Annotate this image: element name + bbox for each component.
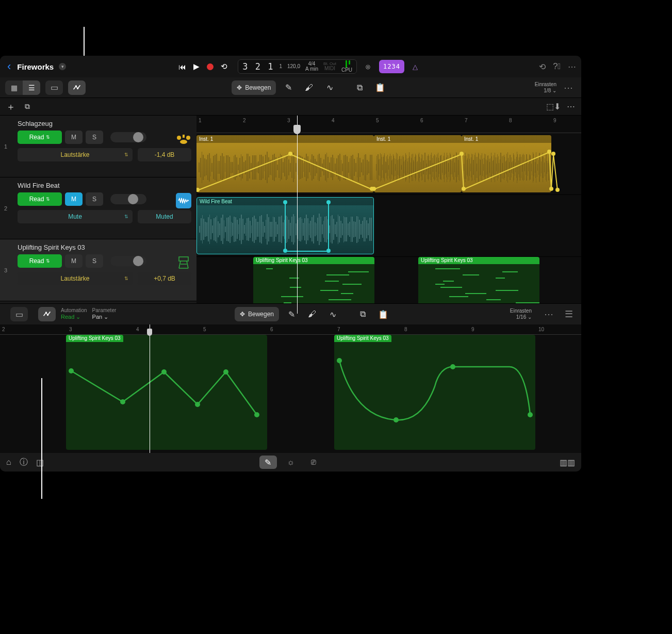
editor-parameter-select[interactable]: Parameter Pan ⌄ bbox=[92, 307, 117, 320]
volume-fader[interactable] bbox=[110, 194, 146, 204]
duplicate-track-button[interactable]: ⧉ bbox=[25, 102, 30, 111]
arrange-area[interactable]: 123456789 Inst. 1Inst. 1Inst. 1 Wild Fir… bbox=[196, 116, 581, 314]
track-inbox-button[interactable]: ⬚⬇ bbox=[546, 102, 561, 111]
paste-tool[interactable]: 📋 bbox=[372, 80, 388, 95]
editor-paste-tool[interactable]: 📋 bbox=[375, 307, 391, 321]
automation-segment[interactable] bbox=[285, 251, 329, 252]
editor-copy-tool[interactable]: ⧉ bbox=[354, 307, 371, 321]
automation-segment[interactable] bbox=[328, 203, 329, 251]
track-more-button[interactable]: ⋯ bbox=[567, 102, 575, 111]
editor-ruler[interactable]: 2345678910 bbox=[0, 324, 581, 335]
solo-button[interactable]: S bbox=[86, 192, 103, 206]
editor-move-tool[interactable]: ✥Bewegen bbox=[235, 307, 279, 321]
editor-playhead[interactable] bbox=[150, 324, 150, 453]
editor-region[interactable]: Uplifting Spirit Keys 03 bbox=[66, 335, 267, 450]
automation-point[interactable] bbox=[372, 187, 376, 191]
tuner-button[interactable]: 1234 bbox=[379, 60, 404, 73]
solo-button[interactable]: S bbox=[86, 254, 103, 268]
midi-region-header[interactable]: Uplifting Spirit Keys 03 bbox=[253, 257, 374, 264]
automation-point[interactable] bbox=[555, 188, 560, 192]
more-menu-button[interactable]: ⋯ bbox=[568, 62, 576, 72]
editor-snap-setting[interactable]: Einrasten 1/16 ⌄ bbox=[510, 308, 532, 320]
automation-segment[interactable] bbox=[285, 203, 286, 251]
project-dropdown-icon[interactable]: ▾ bbox=[59, 63, 66, 70]
brush-tool[interactable]: 🖌 bbox=[301, 80, 317, 95]
list-view-button[interactable]: ☰ bbox=[23, 80, 40, 95]
track-row[interactable]: 2 Wild Fire Beat Read⇅ M S Mute⇅ Muted bbox=[0, 177, 196, 239]
editor-list-button[interactable]: ☰ bbox=[562, 308, 576, 320]
lcd-display[interactable]: 3 2 1 1 120,0 4/4 A min Bt. Out MIDI CPU bbox=[238, 59, 357, 74]
editor-brush-tool[interactable]: 🖌 bbox=[304, 307, 320, 321]
region-view-button[interactable]: ▭ bbox=[45, 80, 63, 95]
rewind-button[interactable]: ⏮ bbox=[178, 62, 186, 71]
help-button[interactable]: ?⃝ bbox=[553, 62, 561, 71]
playhead-handle[interactable] bbox=[293, 125, 301, 134]
automation-point[interactable] bbox=[283, 249, 287, 253]
automation-curve[interactable] bbox=[334, 335, 535, 443]
add-track-button[interactable]: ＋ bbox=[6, 101, 15, 113]
editor-curve-tool[interactable]: ∿ bbox=[324, 307, 341, 321]
automation-mode-button[interactable]: Read⇅ bbox=[18, 131, 62, 144]
automation-point[interactable] bbox=[460, 152, 464, 156]
copy-tool[interactable]: ⧉ bbox=[351, 80, 368, 95]
keyboard-icon[interactable]: ▥▥ bbox=[560, 458, 575, 467]
grid-view-button[interactable]: ▦ bbox=[5, 80, 23, 95]
automation-point[interactable] bbox=[549, 187, 553, 191]
timeline-ruler[interactable]: 123456789 bbox=[196, 116, 581, 133]
mixer-button[interactable]: ⎚ bbox=[305, 456, 322, 469]
automation-mode-button[interactable]: Read⇅ bbox=[18, 254, 62, 268]
play-button[interactable]: ▶ bbox=[193, 62, 200, 71]
automation-point[interactable] bbox=[326, 249, 331, 253]
automation-point[interactable] bbox=[551, 152, 555, 156]
mute-button[interactable]: M bbox=[65, 131, 83, 144]
mute-button[interactable]: M bbox=[65, 192, 83, 206]
automation-point[interactable] bbox=[288, 152, 292, 156]
volume-fader[interactable] bbox=[110, 132, 146, 142]
automation-parameter-select[interactable]: Lautstärke⇅ bbox=[18, 148, 133, 161]
track-row[interactable]: 3 Uplifting Spirit Keys 03 Read⇅ M S Lau… bbox=[0, 239, 196, 301]
automation-parameter-select[interactable]: Mute⇅ bbox=[18, 210, 133, 223]
toolbar-more-button[interactable]: ⋯ bbox=[561, 82, 576, 93]
midi-region-header[interactable]: Uplifting Spirit Keys 03 bbox=[418, 257, 539, 264]
automation-view-button[interactable] bbox=[68, 80, 86, 95]
automation-value[interactable]: -1,4 dB bbox=[138, 148, 191, 161]
automation-value[interactable]: +0,7 dB bbox=[138, 272, 191, 285]
editor-automation-mode[interactable]: Automation Read ⌄ bbox=[61, 307, 87, 320]
editor-region-view-button[interactable]: ▭ bbox=[10, 307, 28, 321]
pencil-tool[interactable]: ✎ bbox=[280, 80, 297, 95]
edit-tool-button[interactable]: ✎ bbox=[259, 456, 277, 469]
project-title[interactable]: Fireworks bbox=[17, 62, 54, 71]
inbox-icon[interactable]: ⌂ bbox=[6, 458, 11, 467]
solo-button[interactable]: S bbox=[86, 131, 103, 144]
cycle-button[interactable]: ⟲ bbox=[221, 62, 227, 71]
automation-point[interactable] bbox=[462, 187, 466, 191]
editor-region[interactable]: Uplifting Spirit Keys 03 bbox=[334, 335, 535, 450]
automation-parameter-select[interactable]: Lautstärke⇅ bbox=[18, 272, 133, 285]
automation-point[interactable] bbox=[326, 200, 331, 204]
move-tool-button[interactable]: ✥ Bewegen bbox=[232, 80, 276, 95]
back-button[interactable]: ‹ bbox=[5, 60, 13, 73]
editor-playhead-handle[interactable] bbox=[147, 329, 152, 336]
automation-mode-button[interactable]: Read⇅ bbox=[18, 192, 62, 206]
editor-lane[interactable]: 2345678910 Uplifting Spirit Keys 03 Upli… bbox=[0, 324, 581, 453]
panels-icon[interactable]: ◫ bbox=[36, 458, 44, 467]
track-row[interactable]: 1 Schlagzeug Read⇅ M S Lautstärke⇅ -1,4 … bbox=[0, 116, 196, 177]
automation-point[interactable] bbox=[283, 200, 287, 204]
snap-setting[interactable]: Einrasten 1/8 ⌄ bbox=[535, 82, 556, 94]
automation-segment[interactable] bbox=[553, 154, 558, 190]
undo-button[interactable]: ⟲ bbox=[539, 62, 546, 72]
info-icon[interactable]: ⓘ bbox=[20, 457, 28, 468]
playhead[interactable] bbox=[297, 116, 298, 314]
automation-point[interactable] bbox=[547, 150, 551, 154]
audio-region[interactable]: Inst. 1 bbox=[196, 135, 374, 192]
curve-tool[interactable]: ∿ bbox=[321, 80, 338, 95]
mute-button[interactable]: M bbox=[65, 254, 83, 268]
brightness-button[interactable]: ☼ bbox=[282, 456, 300, 469]
metronome-button[interactable]: △ bbox=[408, 60, 422, 73]
record-button[interactable] bbox=[207, 63, 214, 70]
volume-fader[interactable] bbox=[110, 256, 146, 266]
editor-more-button[interactable]: ⋯ bbox=[541, 308, 556, 320]
editor-automation-view-button[interactable] bbox=[38, 307, 56, 321]
automation-curve[interactable] bbox=[66, 335, 267, 443]
clear-button[interactable]: ⊗ bbox=[361, 60, 375, 73]
